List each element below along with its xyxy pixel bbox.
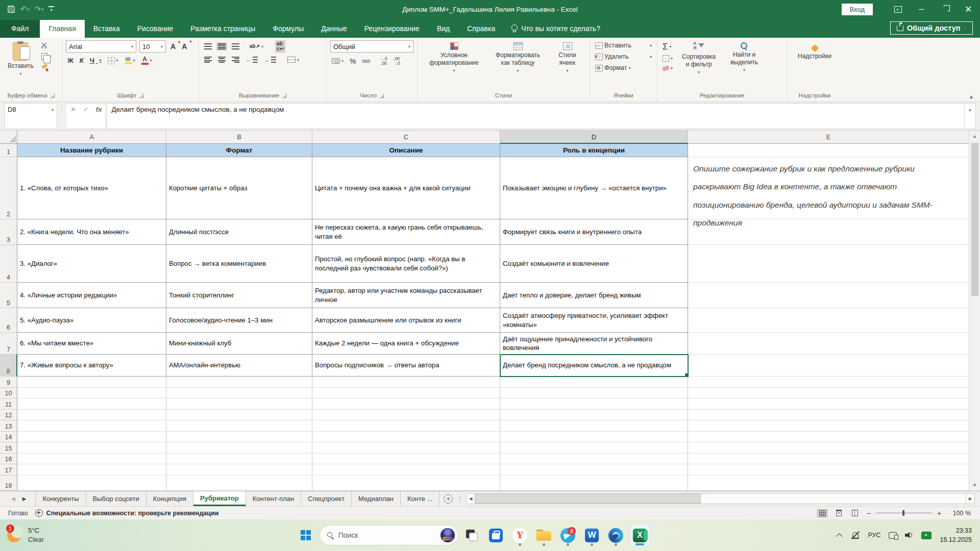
search-box[interactable]: Поиск <box>320 525 458 545</box>
bold-button[interactable]: Ж <box>66 56 75 65</box>
italic-button[interactable]: К <box>78 56 85 65</box>
cell-styles-button[interactable]: Стили ячеек▾ <box>550 40 585 76</box>
accessibility-status[interactable]: Специальные возможности: проверьте реком… <box>35 509 219 517</box>
cell-B6[interactable]: Голосовое/аудио-чтение 1–3 мин <box>166 308 312 333</box>
cell-C14[interactable] <box>312 432 500 443</box>
cell-D17[interactable] <box>500 464 688 475</box>
tab-рецензирование[interactable]: Рецензирование <box>356 20 428 38</box>
scroll-up-icon[interactable]: ▲ <box>969 131 980 142</box>
taskbar-app-microsoft-store-icon[interactable] <box>486 524 506 546</box>
column-header-B[interactable]: B <box>166 131 312 144</box>
cell-B14[interactable] <box>166 432 312 443</box>
font-size-combo[interactable]: 10▾ <box>139 40 166 53</box>
sheet-nav-next-icon[interactable]: ▶ <box>22 496 27 502</box>
start-button[interactable] <box>296 525 316 545</box>
note-cell-E2[interactable]: Опишите сожержание рубрик и как предложе… <box>688 157 969 219</box>
cell-A17[interactable] <box>17 464 166 475</box>
scroll-left-icon[interactable]: ◀ <box>466 493 475 504</box>
column-header-C[interactable]: C <box>312 131 500 144</box>
cell-D18[interactable] <box>500 475 688 491</box>
cell-E11[interactable] <box>688 398 969 410</box>
taskbar-app-browser-icon[interactable] <box>606 524 626 546</box>
sheet-tab-спецпроект[interactable]: Спецпроект <box>301 491 352 506</box>
zoom-out-icon[interactable]: − <box>866 509 872 517</box>
row-header-11[interactable]: 11 <box>0 398 17 410</box>
hidden-icons-chevron[interactable] <box>836 533 843 540</box>
cell-E4[interactable] <box>688 245 969 283</box>
row-header-17[interactable]: 17 <box>0 464 17 475</box>
comma-style-button[interactable]: 000 <box>360 57 372 65</box>
clipboard-dialog-launcher[interactable] <box>50 93 55 98</box>
borders-button[interactable]: ▾ <box>106 56 120 65</box>
cell-C5[interactable]: Редактор, автор или участник команды рас… <box>312 283 500 308</box>
align-right-button[interactable] <box>230 56 241 64</box>
tab-формулы[interactable]: Формулы <box>264 20 312 38</box>
fill-button[interactable]: ↓▾ <box>661 54 674 63</box>
cell-D7[interactable]: Даёт ощущение принадлежности и устойчиво… <box>500 333 688 355</box>
cell-E16[interactable] <box>688 454 969 465</box>
align-center-button[interactable] <box>216 56 227 64</box>
zoom-in-icon[interactable]: + <box>936 509 942 517</box>
cell-C9[interactable] <box>312 377 500 388</box>
cell-E14[interactable] <box>688 432 969 443</box>
increase-indent-button[interactable]: → <box>262 56 278 64</box>
format-as-table-button[interactable]: Форматировать как таблицу▾ <box>488 40 548 76</box>
clock[interactable]: 23:33 15.12.2025 <box>940 526 972 544</box>
cell-A16[interactable] <box>17 454 166 465</box>
accounting-format-button[interactable]: ▾ <box>330 57 345 65</box>
row-header-16[interactable]: 16 <box>0 454 17 465</box>
horizontal-scroll-thumb[interactable] <box>475 494 701 504</box>
cell-B16[interactable] <box>166 454 312 465</box>
cell-C11[interactable] <box>312 398 500 410</box>
cell-C15[interactable] <box>312 442 500 454</box>
scroll-down-icon[interactable]: ▼ <box>969 480 980 491</box>
zoom-level[interactable]: 100 % <box>947 510 971 517</box>
cell-C12[interactable] <box>312 410 500 421</box>
cell-D16[interactable] <box>500 454 688 465</box>
name-box[interactable]: D8▾ <box>4 103 57 129</box>
cell-A9[interactable] <box>17 377 166 388</box>
align-bottom-button[interactable] <box>230 42 241 51</box>
do-not-disturb-icon[interactable] <box>851 531 860 540</box>
cell-E17[interactable] <box>688 464 969 475</box>
insert-cells-button[interactable]: Вставить▾ <box>594 41 653 50</box>
tab-разметка-страницы[interactable]: Разметка страницы <box>182 20 264 38</box>
row-header-4[interactable]: 4 <box>0 245 17 283</box>
orientation-button[interactable]: ab↗▾ <box>248 43 265 50</box>
sheet-nav-prev-icon[interactable]: ◀ <box>11 496 15 502</box>
align-top-button[interactable] <box>203 42 213 51</box>
row-header-18[interactable]: 18 <box>0 475 17 491</box>
tab-вид[interactable]: Вид <box>428 20 458 38</box>
cell-A13[interactable] <box>17 420 166 432</box>
cell-D3[interactable]: Формирует связь книги и внутреннего опыт… <box>500 219 688 245</box>
active-cell-D8[interactable]: Делает бренд посредником смыслов, а не п… <box>500 355 688 377</box>
minimize-button[interactable] <box>910 0 933 18</box>
cell-C1[interactable]: Описание <box>312 144 500 157</box>
cell-D13[interactable] <box>500 420 688 432</box>
cell-B15[interactable] <box>166 442 312 454</box>
cell-D11[interactable] <box>500 398 688 410</box>
normal-view-button[interactable] <box>817 509 828 518</box>
cell-E10[interactable] <box>688 388 969 399</box>
scroll-right-icon[interactable]: ▶ <box>966 493 975 504</box>
cell-B12[interactable] <box>166 410 312 421</box>
underline-button[interactable]: Ч ▾ <box>88 56 103 65</box>
cell-C10[interactable] <box>312 388 500 399</box>
cell-D1[interactable]: Роль в концепции <box>500 144 688 157</box>
cell-D9[interactable] <box>500 377 688 388</box>
row-header-8[interactable]: 8 <box>0 355 17 377</box>
task-view-icon[interactable] <box>462 525 482 545</box>
row-header-10[interactable]: 10 <box>0 388 17 399</box>
merge-center-button[interactable]: ▾ <box>286 56 301 64</box>
cell-C7[interactable]: Каждые 2 недели — одна книга + обсуждени… <box>312 333 500 355</box>
cell-E8[interactable] <box>688 355 969 377</box>
cell-C18[interactable] <box>312 475 500 491</box>
cell-B17[interactable] <box>166 464 312 475</box>
worksheet[interactable]: ABCDE 1Название рубрикиФорматОписаниеРол… <box>0 131 969 491</box>
paste-button[interactable]: Вставить▾ <box>4 40 38 79</box>
cell-E13[interactable] <box>688 420 969 432</box>
cell-B2[interactable]: Короткие цитаты + образ <box>166 157 312 219</box>
save-icon[interactable] <box>7 5 15 13</box>
cell-A1[interactable]: Название рубрики <box>17 144 166 157</box>
row-header-9[interactable]: 9 <box>0 377 17 388</box>
